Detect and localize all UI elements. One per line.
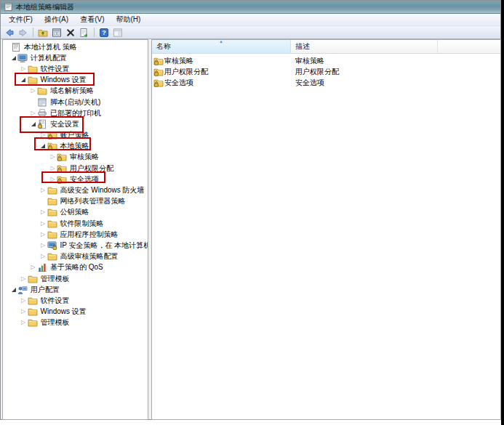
back-button[interactable] — [3, 27, 16, 39]
console-window-icon — [52, 28, 62, 38]
column-header-empty — [438, 40, 500, 53]
tree-item[interactable]: ▷软件设置 — [3, 63, 148, 74]
tree-item[interactable]: ▷IP 安全策略，在 本地计算机 — [3, 240, 148, 251]
title-bar[interactable]: 本地组策略编辑器 — [1, 1, 500, 14]
menu-item-3[interactable]: 帮助(H) — [110, 13, 146, 26]
tree-item[interactable]: Windows 设置 — [3, 75, 148, 86]
expand-arrow-icon[interactable]: ▷ — [29, 110, 37, 117]
tree-item-label: 管理模板 — [41, 317, 70, 328]
app-icon — [4, 2, 13, 12]
expand-arrow-icon[interactable]: ▷ — [39, 231, 47, 238]
tree-item[interactable]: 本地策略 — [3, 141, 148, 152]
tree-item-label: 高级安全 Windows 防火墙 — [60, 185, 145, 195]
tree-item[interactable]: ▷域名解析策略 — [3, 86, 148, 97]
tree-item-label: 用户配置 — [31, 285, 60, 295]
expand-arrow-icon[interactable]: ▷ — [49, 153, 57, 161]
lock-folder-icon — [153, 56, 164, 66]
folder-icon — [28, 64, 39, 74]
expand-arrow-icon[interactable]: ▷ — [20, 308, 28, 315]
user-config-icon — [17, 285, 28, 295]
forward-button[interactable] — [17, 27, 30, 39]
ipsec-icon — [47, 240, 58, 251]
screen: { "window": { "title": "本地组策略编辑器" }, "me… — [0, 0, 504, 425]
tree-item[interactable]: ▷已部署的打印机 — [3, 108, 148, 118]
gpedit-window: 本地组策略编辑器 文件(F)操作(A)查看(V)帮助(H) ? 本地计算机 策略… — [0, 0, 501, 420]
security-document-icon — [37, 119, 48, 129]
folder-icon — [28, 75, 39, 85]
tree-item[interactable]: ▷审核策略 — [3, 152, 148, 163]
tree-item-label: 管理模板 — [41, 274, 70, 284]
tree-item[interactable]: ▷管理模板 — [3, 317, 148, 328]
column-header-description[interactable]: 描述 — [291, 40, 438, 53]
action-pane-icon — [113, 28, 123, 38]
toolbar: ? — [1, 26, 500, 39]
console-tree-pane: 本地计算机 策略计算机配置▷软件设置Windows 设置▷域名解析策略脚本(启动… — [2, 39, 148, 420]
collapse-arrow-icon[interactable] — [9, 56, 17, 60]
menu-item-0[interactable]: 文件(F) — [3, 13, 39, 26]
tree-item[interactable]: ▷高级安全 Windows 防火墙 — [3, 185, 148, 195]
list-item[interactable]: 审核策略审核策略 — [152, 55, 500, 66]
tree-item[interactable]: ▷管理模板 — [3, 273, 148, 284]
tree-item[interactable]: ▷Windows 设置 — [3, 307, 148, 317]
expand-arrow-icon[interactable]: ▷ — [39, 253, 47, 260]
tree-item[interactable]: ▷公钥策略 — [3, 207, 148, 218]
expand-arrow-icon[interactable]: ▷ — [20, 297, 28, 304]
tree-item[interactable]: ▷软件设置 — [3, 295, 148, 306]
expand-arrow-icon[interactable]: ▷ — [29, 264, 37, 271]
tree-item[interactable]: 网络列表管理器策略 — [3, 196, 148, 207]
collapse-arrow-icon[interactable] — [29, 122, 37, 126]
expand-arrow-icon[interactable]: ▷ — [29, 87, 37, 94]
expand-arrow-icon[interactable]: ▷ — [20, 275, 28, 283]
console-icon — [11, 42, 22, 52]
list-item-name-cell: 审核策略 — [152, 56, 291, 66]
tree-item[interactable]: ▷账户策略 — [3, 130, 148, 141]
tree-item[interactable]: 脚本(启动/关机) — [3, 97, 148, 108]
sort-ascending-icon: ▲ — [219, 39, 223, 44]
expand-arrow-icon[interactable]: ▷ — [20, 65, 28, 73]
expand-arrow-icon[interactable]: ▷ — [39, 187, 47, 194]
list-header: 名称▲描述 — [152, 40, 500, 54]
tree-item[interactable]: ▷高级审核策略配置 — [3, 251, 148, 262]
tree-item-label: 脚本(启动/关机) — [50, 97, 100, 108]
help-button[interactable]: ? — [97, 27, 111, 39]
tree-item[interactable]: ▷用户权限分配 — [3, 163, 148, 174]
tree-item[interactable]: 计算机配置 — [3, 52, 148, 63]
expand-arrow-icon[interactable]: ▷ — [39, 131, 47, 139]
export-list-button[interactable] — [78, 27, 91, 39]
list-item[interactable]: 用户权限分配用户权限分配 — [152, 66, 500, 77]
column-header-name[interactable]: 名称▲ — [152, 40, 291, 53]
collapse-arrow-icon[interactable] — [20, 78, 28, 82]
tree-item[interactable]: 安全设置 — [3, 118, 148, 129]
tree-item-label: 公钥策略 — [60, 207, 89, 217]
show-console-tree-button[interactable] — [50, 27, 63, 39]
tree-item-label: 高级审核策略配置 — [60, 251, 119, 262]
show-action-pane-button[interactable] — [111, 27, 124, 39]
tree-item[interactable]: ▷基于策略的 QoS — [3, 262, 148, 273]
list-item-name-cell: 用户权限分配 — [152, 67, 291, 77]
tree-item-label: 审核策略 — [70, 152, 99, 162]
expand-arrow-icon[interactable]: ▷ — [49, 165, 57, 172]
expand-arrow-icon[interactable]: ▷ — [39, 220, 47, 227]
tree-item[interactable]: ▷应用程序控制策略 — [3, 229, 148, 240]
collapse-arrow-icon[interactable] — [39, 144, 47, 148]
delete-button[interactable] — [64, 27, 77, 39]
up-one-level-button[interactable] — [36, 27, 49, 39]
tree-item[interactable]: ▷软件限制策略 — [3, 218, 148, 229]
tree-item-label: 用户权限分配 — [70, 163, 113, 174]
collapse-arrow-icon[interactable] — [9, 288, 17, 292]
tree-item[interactable]: 本地计算机 策略 — [3, 41, 148, 52]
tree-item[interactable]: ▷安全选项 — [3, 174, 148, 185]
menu-item-2[interactable]: 查看(V) — [74, 13, 110, 26]
list-item-name: 安全选项 — [164, 78, 193, 88]
menu-item-1[interactable]: 操作(A) — [39, 13, 74, 26]
expand-arrow-icon[interactable]: ▷ — [20, 319, 28, 326]
expand-arrow-icon[interactable]: ▷ — [49, 176, 57, 183]
lock-folder-icon — [47, 130, 58, 140]
help-icon: ? — [99, 28, 109, 38]
tree-item[interactable]: 用户配置 — [3, 284, 148, 295]
expand-arrow-icon[interactable]: ▷ — [39, 209, 47, 216]
screenshot-right-edge — [501, 0, 504, 425]
list-item[interactable]: 安全选项安全选项 — [152, 77, 500, 88]
printer-icon — [37, 108, 48, 118]
expand-arrow-icon[interactable]: ▷ — [39, 242, 47, 249]
